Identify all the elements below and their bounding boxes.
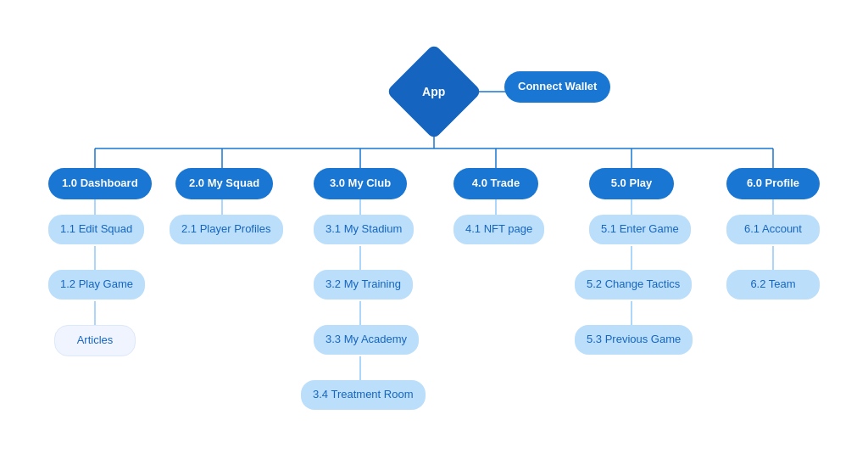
chart-container: App Connect Wallet 1.0 Dashboard 2.0 My … bbox=[0, 0, 868, 476]
edit-squad-node[interactable]: 1.1 Edit Squad bbox=[48, 215, 144, 244]
player-profiles-node[interactable]: 2.1 Player Profiles bbox=[170, 215, 283, 244]
treatment-room-node[interactable]: 3.4 Treatment Room bbox=[301, 380, 426, 410]
my-stadium-node[interactable]: 3.1 My Stadium bbox=[314, 215, 414, 244]
previous-game-node[interactable]: 5.3 Previous Game bbox=[575, 325, 693, 355]
connect-wallet-node[interactable]: Connect Wallet bbox=[504, 71, 610, 103]
app-node: App bbox=[386, 43, 481, 139]
team-node[interactable]: 6.2 Team bbox=[726, 270, 820, 300]
my-club-node[interactable]: 3.0 My Club bbox=[314, 168, 407, 199]
articles-node[interactable]: Articles bbox=[54, 325, 136, 356]
dashboard-node[interactable]: 1.0 Dashboard bbox=[48, 168, 152, 199]
my-squad-node[interactable]: 2.0 My Squad bbox=[175, 168, 273, 199]
play-node[interactable]: 5.0 Play bbox=[589, 168, 674, 199]
nft-page-node[interactable]: 4.1 NFT page bbox=[453, 215, 544, 244]
profile-node[interactable]: 6.0 Profile bbox=[726, 168, 820, 199]
play-game-node[interactable]: 1.2 Play Game bbox=[48, 270, 145, 300]
my-academy-node[interactable]: 3.3 My Academy bbox=[314, 325, 419, 355]
enter-game-node[interactable]: 5.1 Enter Game bbox=[589, 215, 691, 244]
account-node[interactable]: 6.1 Account bbox=[726, 215, 820, 244]
change-tactics-node[interactable]: 5.2 Change Tactics bbox=[575, 270, 692, 300]
my-training-node[interactable]: 3.2 My Training bbox=[314, 270, 413, 300]
trade-node[interactable]: 4.0 Trade bbox=[453, 168, 538, 199]
